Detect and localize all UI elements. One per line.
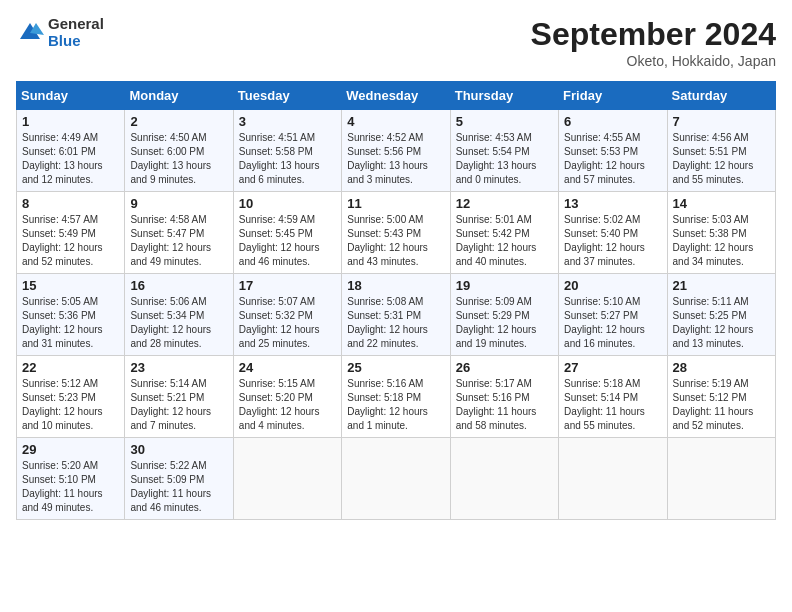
table-row: 18Sunrise: 5:08 AMSunset: 5:31 PMDayligh… — [342, 274, 450, 356]
day-info: Sunrise: 5:22 AMSunset: 5:09 PMDaylight:… — [130, 459, 227, 515]
table-row: 6Sunrise: 4:55 AMSunset: 5:53 PMDaylight… — [559, 110, 667, 192]
table-row — [233, 438, 341, 520]
day-number: 6 — [564, 114, 661, 129]
day-info: Sunrise: 5:12 AMSunset: 5:23 PMDaylight:… — [22, 377, 119, 433]
day-number: 30 — [130, 442, 227, 457]
day-info: Sunrise: 5:15 AMSunset: 5:20 PMDaylight:… — [239, 377, 336, 433]
day-info: Sunrise: 4:52 AMSunset: 5:56 PMDaylight:… — [347, 131, 444, 187]
table-row: 7Sunrise: 4:56 AMSunset: 5:51 PMDaylight… — [667, 110, 775, 192]
table-row — [450, 438, 558, 520]
calendar-row: 8Sunrise: 4:57 AMSunset: 5:49 PMDaylight… — [17, 192, 776, 274]
day-info: Sunrise: 4:49 AMSunset: 6:01 PMDaylight:… — [22, 131, 119, 187]
day-info: Sunrise: 4:51 AMSunset: 5:58 PMDaylight:… — [239, 131, 336, 187]
logo-blue: Blue — [48, 33, 104, 50]
day-info: Sunrise: 4:57 AMSunset: 5:49 PMDaylight:… — [22, 213, 119, 269]
day-number: 9 — [130, 196, 227, 211]
table-row: 20Sunrise: 5:10 AMSunset: 5:27 PMDayligh… — [559, 274, 667, 356]
day-number: 19 — [456, 278, 553, 293]
day-info: Sunrise: 4:50 AMSunset: 6:00 PMDaylight:… — [130, 131, 227, 187]
day-info: Sunrise: 5:14 AMSunset: 5:21 PMDaylight:… — [130, 377, 227, 433]
calendar-row: 29Sunrise: 5:20 AMSunset: 5:10 PMDayligh… — [17, 438, 776, 520]
table-row: 5Sunrise: 4:53 AMSunset: 5:54 PMDaylight… — [450, 110, 558, 192]
day-number: 24 — [239, 360, 336, 375]
table-row: 21Sunrise: 5:11 AMSunset: 5:25 PMDayligh… — [667, 274, 775, 356]
day-number: 3 — [239, 114, 336, 129]
logo-icon — [16, 19, 44, 47]
table-row: 28Sunrise: 5:19 AMSunset: 5:12 PMDayligh… — [667, 356, 775, 438]
day-number: 27 — [564, 360, 661, 375]
calendar-row: 22Sunrise: 5:12 AMSunset: 5:23 PMDayligh… — [17, 356, 776, 438]
location: Oketo, Hokkaido, Japan — [531, 53, 776, 69]
table-row: 15Sunrise: 5:05 AMSunset: 5:36 PMDayligh… — [17, 274, 125, 356]
day-info: Sunrise: 4:56 AMSunset: 5:51 PMDaylight:… — [673, 131, 770, 187]
day-number: 12 — [456, 196, 553, 211]
table-row — [559, 438, 667, 520]
day-info: Sunrise: 5:09 AMSunset: 5:29 PMDaylight:… — [456, 295, 553, 351]
table-row: 30Sunrise: 5:22 AMSunset: 5:09 PMDayligh… — [125, 438, 233, 520]
calendar-body: 1Sunrise: 4:49 AMSunset: 6:01 PMDaylight… — [17, 110, 776, 520]
day-number: 2 — [130, 114, 227, 129]
table-row: 29Sunrise: 5:20 AMSunset: 5:10 PMDayligh… — [17, 438, 125, 520]
day-number: 4 — [347, 114, 444, 129]
day-info: Sunrise: 5:20 AMSunset: 5:10 PMDaylight:… — [22, 459, 119, 515]
day-number: 29 — [22, 442, 119, 457]
calendar-header-row: Sunday Monday Tuesday Wednesday Thursday… — [17, 82, 776, 110]
day-info: Sunrise: 5:10 AMSunset: 5:27 PMDaylight:… — [564, 295, 661, 351]
day-info: Sunrise: 5:01 AMSunset: 5:42 PMDaylight:… — [456, 213, 553, 269]
table-row — [667, 438, 775, 520]
day-info: Sunrise: 5:02 AMSunset: 5:40 PMDaylight:… — [564, 213, 661, 269]
day-number: 21 — [673, 278, 770, 293]
table-row: 16Sunrise: 5:06 AMSunset: 5:34 PMDayligh… — [125, 274, 233, 356]
day-info: Sunrise: 5:05 AMSunset: 5:36 PMDaylight:… — [22, 295, 119, 351]
month-title: September 2024 — [531, 16, 776, 53]
col-monday: Monday — [125, 82, 233, 110]
table-row: 22Sunrise: 5:12 AMSunset: 5:23 PMDayligh… — [17, 356, 125, 438]
calendar-row: 15Sunrise: 5:05 AMSunset: 5:36 PMDayligh… — [17, 274, 776, 356]
table-row: 4Sunrise: 4:52 AMSunset: 5:56 PMDaylight… — [342, 110, 450, 192]
table-row: 3Sunrise: 4:51 AMSunset: 5:58 PMDaylight… — [233, 110, 341, 192]
table-row: 1Sunrise: 4:49 AMSunset: 6:01 PMDaylight… — [17, 110, 125, 192]
table-row: 13Sunrise: 5:02 AMSunset: 5:40 PMDayligh… — [559, 192, 667, 274]
table-row: 2Sunrise: 4:50 AMSunset: 6:00 PMDaylight… — [125, 110, 233, 192]
day-number: 26 — [456, 360, 553, 375]
table-row: 27Sunrise: 5:18 AMSunset: 5:14 PMDayligh… — [559, 356, 667, 438]
day-number: 18 — [347, 278, 444, 293]
table-row: 19Sunrise: 5:09 AMSunset: 5:29 PMDayligh… — [450, 274, 558, 356]
table-row: 26Sunrise: 5:17 AMSunset: 5:16 PMDayligh… — [450, 356, 558, 438]
col-wednesday: Wednesday — [342, 82, 450, 110]
table-row: 8Sunrise: 4:57 AMSunset: 5:49 PMDaylight… — [17, 192, 125, 274]
day-number: 15 — [22, 278, 119, 293]
logo-general: General — [48, 16, 104, 33]
col-friday: Friday — [559, 82, 667, 110]
table-row: 25Sunrise: 5:16 AMSunset: 5:18 PMDayligh… — [342, 356, 450, 438]
day-number: 11 — [347, 196, 444, 211]
day-info: Sunrise: 4:59 AMSunset: 5:45 PMDaylight:… — [239, 213, 336, 269]
day-info: Sunrise: 5:06 AMSunset: 5:34 PMDaylight:… — [130, 295, 227, 351]
col-saturday: Saturday — [667, 82, 775, 110]
day-info: Sunrise: 5:07 AMSunset: 5:32 PMDaylight:… — [239, 295, 336, 351]
day-number: 28 — [673, 360, 770, 375]
day-info: Sunrise: 5:19 AMSunset: 5:12 PMDaylight:… — [673, 377, 770, 433]
day-number: 1 — [22, 114, 119, 129]
table-row: 10Sunrise: 4:59 AMSunset: 5:45 PMDayligh… — [233, 192, 341, 274]
day-number: 20 — [564, 278, 661, 293]
day-info: Sunrise: 5:18 AMSunset: 5:14 PMDaylight:… — [564, 377, 661, 433]
day-info: Sunrise: 5:16 AMSunset: 5:18 PMDaylight:… — [347, 377, 444, 433]
day-info: Sunrise: 5:00 AMSunset: 5:43 PMDaylight:… — [347, 213, 444, 269]
calendar-row: 1Sunrise: 4:49 AMSunset: 6:01 PMDaylight… — [17, 110, 776, 192]
day-info: Sunrise: 4:53 AMSunset: 5:54 PMDaylight:… — [456, 131, 553, 187]
day-info: Sunrise: 5:08 AMSunset: 5:31 PMDaylight:… — [347, 295, 444, 351]
day-number: 25 — [347, 360, 444, 375]
logo: General Blue — [16, 16, 104, 49]
title-block: September 2024 Oketo, Hokkaido, Japan — [531, 16, 776, 69]
day-info: Sunrise: 4:58 AMSunset: 5:47 PMDaylight:… — [130, 213, 227, 269]
table-row: 24Sunrise: 5:15 AMSunset: 5:20 PMDayligh… — [233, 356, 341, 438]
col-tuesday: Tuesday — [233, 82, 341, 110]
table-row: 9Sunrise: 4:58 AMSunset: 5:47 PMDaylight… — [125, 192, 233, 274]
day-info: Sunrise: 4:55 AMSunset: 5:53 PMDaylight:… — [564, 131, 661, 187]
table-row — [342, 438, 450, 520]
logo-text: General Blue — [48, 16, 104, 49]
day-info: Sunrise: 5:03 AMSunset: 5:38 PMDaylight:… — [673, 213, 770, 269]
day-number: 22 — [22, 360, 119, 375]
day-number: 13 — [564, 196, 661, 211]
